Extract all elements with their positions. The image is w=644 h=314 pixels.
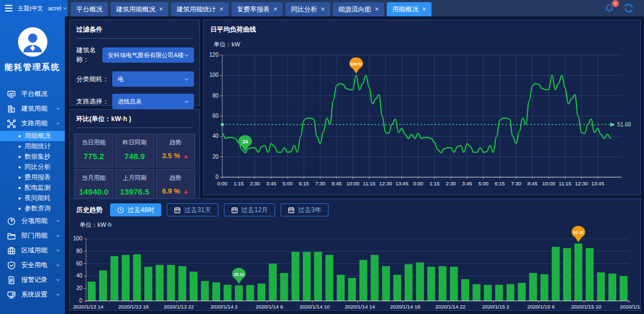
ratio-cell-value: 748.9 bbox=[124, 152, 145, 161]
hamburger-menu-icon[interactable] bbox=[5, 5, 13, 11]
sidebar-subitem-3[interactable]: 同比分析 bbox=[0, 162, 65, 172]
theme-language-switch[interactable]: 主题|中文 bbox=[17, 4, 43, 13]
sidebar-item-label: 分项用能 bbox=[21, 216, 50, 226]
ratio-cell-label: 昨日同期 bbox=[116, 138, 154, 147]
sidebar-subitem-label: 参数查询 bbox=[25, 204, 51, 213]
svg-text:2020/1/14 18: 2020/1/14 18 bbox=[390, 304, 420, 310]
sidebar-subitem-label: 数据集抄 bbox=[25, 152, 51, 161]
refresh-icon bbox=[623, 3, 634, 13]
tab-0[interactable]: 平台概况 bbox=[71, 2, 108, 16]
ratio-cell: 当月用能14940.0 bbox=[74, 169, 113, 203]
ratio-cell: 上月同期13976.5 bbox=[115, 169, 154, 203]
sidebar-subitem-6[interactable]: 夜间能耗 bbox=[0, 193, 65, 203]
tab-close-icon[interactable]: × bbox=[274, 5, 277, 13]
select-value: 安科瑞电气股份有限公司A楼 bbox=[108, 51, 184, 59]
chevron-up-icon bbox=[56, 121, 60, 126]
tab-close-icon[interactable]: × bbox=[159, 5, 163, 13]
chart-marker-pin: 24 bbox=[238, 135, 252, 152]
sidebar-item-1[interactable]: 建筑用能 bbox=[0, 101, 65, 116]
tab-close-icon[interactable]: × bbox=[220, 5, 223, 13]
daily-load-panel: 日平均负荷曲线 单位：kW 0204060801001200:001:152:3… bbox=[203, 20, 641, 195]
history-bar bbox=[111, 256, 119, 301]
sidebar-subitem-label: 夜间能耗 bbox=[25, 194, 51, 203]
sidebar-item-label: 平台概况 bbox=[21, 89, 60, 99]
range-button-2[interactable]: 过去12月 bbox=[224, 203, 275, 216]
filter-select-1[interactable]: 电 bbox=[112, 71, 194, 87]
chevron-down-icon bbox=[62, 5, 68, 11]
range-button-label: 过去3年 bbox=[298, 206, 321, 215]
sidebar-item-0[interactable]: 平台概况 bbox=[0, 87, 65, 101]
history-bar bbox=[190, 271, 198, 301]
sidebar-subitem-4[interactable]: 费用报表 bbox=[0, 172, 65, 183]
sidebar-item-5[interactable]: 区域用能 bbox=[0, 243, 65, 258]
filter-select-2[interactable]: 进线总表 bbox=[112, 94, 194, 109]
sidebar-item-8[interactable]: 系统设置 bbox=[0, 287, 65, 302]
tab-1[interactable]: 建筑用能概况× bbox=[111, 2, 168, 16]
bullet-icon bbox=[19, 146, 21, 148]
sidebar-item-3[interactable]: 分项用能 bbox=[0, 214, 65, 228]
notifications-button[interactable]: 0 bbox=[604, 3, 615, 14]
branch-icon bbox=[7, 119, 16, 128]
history-bar bbox=[609, 274, 617, 301]
tab-close-icon[interactable]: × bbox=[422, 5, 426, 13]
filter-field-label: 支路选择： bbox=[76, 97, 112, 106]
history-bar bbox=[619, 276, 628, 301]
tab-6[interactable]: 用能概况× bbox=[387, 2, 432, 16]
chevron-down-icon bbox=[56, 233, 60, 238]
sidebar-subitem-7[interactable]: 参数查询 bbox=[0, 203, 65, 214]
sidebar-item-4[interactable]: 部门用能 bbox=[0, 228, 65, 243]
range-button-1[interactable]: 过去31天 bbox=[167, 203, 218, 216]
bullet-icon bbox=[19, 177, 21, 179]
chevron-down-icon bbox=[56, 292, 60, 297]
history-bar bbox=[167, 265, 175, 301]
sidebar-subitem-5[interactable]: 配电监测 bbox=[0, 183, 65, 193]
ratio-cell: 当日用能775.2 bbox=[74, 134, 113, 167]
tab-4[interactable]: 同比分析× bbox=[285, 2, 330, 16]
sidebar-item-7[interactable]: 报警记录 bbox=[0, 273, 65, 287]
trend-up-icon: ▲ bbox=[183, 188, 189, 195]
sidebar-item-6[interactable]: 安全用电 bbox=[0, 258, 65, 273]
tab-close-icon[interactable]: × bbox=[321, 5, 325, 13]
history-bar bbox=[133, 255, 141, 301]
range-button-0[interactable]: 过去48时 bbox=[110, 203, 161, 216]
history-bar bbox=[495, 285, 503, 301]
tab-5[interactable]: 能源流向图× bbox=[333, 2, 384, 16]
svg-text:12:30: 12:30 bbox=[379, 180, 392, 186]
sidebar-subitem-1[interactable]: 用能统计 bbox=[0, 141, 65, 152]
range-button-3[interactable]: 过去3年 bbox=[281, 203, 329, 216]
pie-icon bbox=[7, 217, 16, 226]
svg-text:80: 80 bbox=[76, 248, 83, 254]
sidebar-subitem-0[interactable]: 用能概况 bbox=[0, 131, 65, 141]
svg-text:2020/1/13 14: 2020/1/13 14 bbox=[73, 304, 103, 310]
history-bar bbox=[507, 284, 515, 301]
svg-text:3:45: 3:45 bbox=[266, 180, 277, 186]
sidebar-item-2[interactable]: 支路用能 bbox=[0, 116, 65, 131]
load-curve-line bbox=[222, 75, 611, 153]
svg-text:12:30: 12:30 bbox=[575, 180, 588, 186]
monitor-icon bbox=[7, 90, 16, 99]
ratio-cell-label: 趋势 bbox=[156, 138, 195, 147]
bullet-icon bbox=[19, 166, 21, 168]
history-bar bbox=[586, 248, 594, 301]
refresh-button[interactable] bbox=[623, 3, 634, 13]
history-panel: 历史趋势 过去48时过去31天过去12月过去3年 单位：kW·h 0204060… bbox=[69, 198, 641, 311]
chart-marker-pin: 25.13 bbox=[232, 268, 246, 284]
bullet-icon bbox=[19, 187, 21, 189]
user-menu[interactable]: acrel bbox=[48, 5, 68, 11]
range-button-label: 过去12月 bbox=[241, 206, 268, 215]
tab-2[interactable]: 建筑用能统计× bbox=[171, 2, 229, 16]
sidebar-subitem-2[interactable]: 数据集抄 bbox=[0, 152, 65, 162]
svg-text:6:15: 6:15 bbox=[299, 180, 309, 186]
svg-text:2020/1/14 10: 2020/1/14 10 bbox=[300, 304, 330, 310]
tab-3[interactable]: 复费率报表× bbox=[232, 2, 283, 16]
svg-text:25.13: 25.13 bbox=[234, 272, 244, 277]
filter-field-2: 支路选择：进线总表 bbox=[76, 94, 194, 109]
history-bar bbox=[246, 285, 254, 301]
history-bar bbox=[370, 255, 379, 301]
filter-select-0[interactable]: 安科瑞电气股份有限公司A楼 bbox=[102, 47, 194, 63]
svg-text:0:00: 0:00 bbox=[217, 180, 228, 186]
divider bbox=[76, 128, 193, 128]
tab-close-icon[interactable]: × bbox=[375, 5, 379, 13]
svg-text:40: 40 bbox=[212, 133, 219, 139]
history-bar bbox=[552, 247, 560, 301]
